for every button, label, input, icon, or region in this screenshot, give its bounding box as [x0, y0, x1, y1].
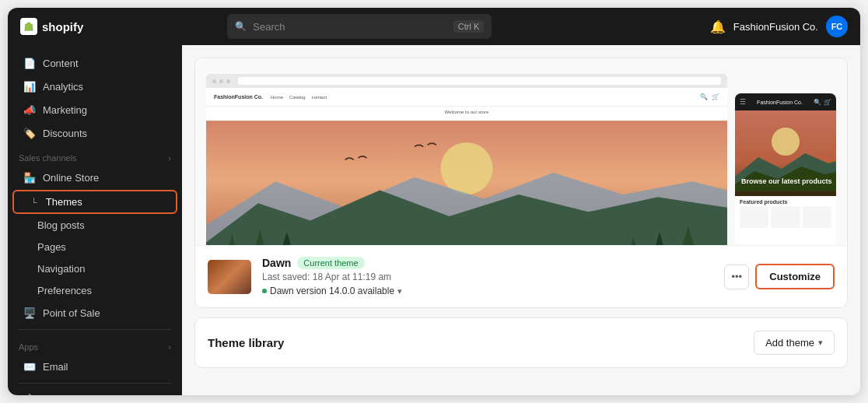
sidebar-label-online-store: Online Store [43, 172, 99, 184]
sidebar-item-analytics[interactable]: 📊 Analytics [12, 75, 177, 98]
pos-icon: 🖥️ [23, 307, 36, 319]
theme-save-time: Last saved: 18 Apr at 11:19 am [262, 272, 713, 282]
svg-rect-16 [735, 191, 836, 196]
sidebar-item-marketing[interactable]: 📣 Marketing [12, 99, 177, 121]
add-theme-button[interactable]: Add theme ▾ [754, 331, 835, 355]
version-text: Dawn version 14.0.0 available [270, 286, 394, 296]
sidebar-label-pos: Point of Sale [43, 307, 100, 319]
mobile-hero-text: Browse our latest products [741, 177, 832, 187]
sidebar-label-settings: Settings [43, 394, 79, 395]
mobile-product-grid [735, 206, 836, 228]
sidebar-item-blog-posts[interactable]: Blog posts [12, 215, 177, 236]
svg-point-13 [772, 128, 800, 156]
apps-label: Apps [19, 342, 38, 352]
theme-name: Dawn [262, 257, 291, 269]
analytics-icon: 📊 [23, 81, 36, 93]
sidebar-item-content[interactable]: 📄 Content [12, 52, 177, 75]
theme-library-section: Theme library Add theme ▾ [194, 317, 848, 368]
search-icon: 🔍 [235, 21, 247, 32]
svg-point-1 [441, 142, 493, 194]
sales-channels-chevron[interactable]: › [168, 153, 171, 163]
sidebar-divider [19, 329, 171, 330]
preferences-label: Preferences [37, 285, 92, 296]
search-shortcut: Ctrl K [453, 20, 485, 33]
sidebar-label-discounts: Discounts [43, 128, 87, 139]
sidebar-divider-2 [19, 383, 171, 384]
sidebar-item-navigation[interactable]: Navigation [12, 258, 177, 279]
theme-thumbnail [208, 260, 251, 294]
desktop-content: FashionFusion Co. Home Catalog contact 🔍… [206, 88, 727, 245]
main-layout: 📄 Content 📊 Analytics 📣 Marketing 🏷️ Dis… [8, 45, 860, 395]
add-theme-label: Add theme [765, 337, 814, 349]
pages-label: Pages [37, 241, 66, 253]
sidebar-item-pages[interactable]: Pages [12, 237, 177, 258]
blog-posts-label: Blog posts [37, 219, 85, 231]
search-bar[interactable]: 🔍 Search Ctrl K [227, 14, 492, 39]
landscape-illustration [206, 116, 727, 245]
site-header-icons: 🔍🛒 [700, 93, 719, 100]
content-area: FashionFusion Co. Home Catalog contact 🔍… [182, 45, 860, 395]
sidebar-item-discounts[interactable]: 🏷️ Discounts [12, 122, 177, 145]
themes-corner-icon: └ [31, 198, 37, 207]
mobile-topbar-sim: ☰ FashionFusion Co. 🔍🛒 [735, 93, 836, 110]
sidebar-label-analytics: Analytics [43, 81, 83, 93]
store-name: FashionFusion Co. [733, 21, 818, 33]
sidebar: 📄 Content 📊 Analytics 📣 Marketing 🏷️ Dis… [8, 45, 182, 395]
site-welcome: Welcome to our store [206, 107, 727, 116]
version-dot [262, 289, 267, 293]
avatar[interactable]: FC [826, 16, 848, 37]
theme-preview-card: FashionFusion Co. Home Catalog contact 🔍… [194, 58, 848, 308]
discounts-icon: 🏷️ [23, 128, 36, 139]
site-header-logo: FashionFusion Co. [214, 94, 263, 100]
preview-images: FashionFusion Co. Home Catalog contact 🔍… [195, 58, 847, 245]
search-placeholder: Search [253, 21, 285, 33]
apps-chevron[interactable]: › [168, 342, 171, 352]
settings-icon: ⚙️ [23, 394, 36, 395]
marketing-icon: 📣 [23, 104, 36, 116]
shopify-bag-icon [20, 18, 37, 35]
sidebar-item-themes[interactable]: └ Themes [14, 191, 176, 212]
mobile-store-name: FashionFusion Co. [749, 100, 810, 105]
mobile-product-item [771, 206, 800, 228]
topbar-right: 🔔 FashionFusion Co. FC [710, 16, 848, 37]
desktop-preview: FashionFusion Co. Home Catalog contact 🔍… [206, 74, 727, 245]
current-theme-badge: Current theme [297, 257, 364, 269]
site-header: FashionFusion Co. Home Catalog contact 🔍… [206, 88, 727, 107]
mobile-product-item [803, 206, 831, 228]
theme-actions: ••• Customize [724, 264, 835, 289]
topbar: shopify 🔍 Search Ctrl K 🔔 FashionFusion … [8, 8, 860, 45]
theme-details: Dawn Current theme Last saved: 18 Apr at… [262, 257, 713, 296]
sidebar-label-content: Content [43, 58, 79, 69]
mobile-products-label: Featured products [735, 196, 836, 206]
apps-section: Apps › [8, 335, 182, 355]
sidebar-item-settings[interactable]: ⚙️ Settings [12, 388, 177, 395]
sidebar-label-email: Email [43, 361, 68, 373]
themes-active-wrapper: └ Themes [12, 190, 177, 214]
chevron-down-icon: ▾ [818, 338, 823, 348]
navigation-label: Navigation [37, 263, 85, 275]
bell-icon[interactable]: 🔔 [710, 19, 726, 34]
mobile-product-item [740, 206, 768, 228]
sales-channels-section: Sales channels › [8, 145, 182, 166]
theme-name-row: Dawn Current theme [262, 257, 713, 269]
mobile-icons: 🔍🛒 [814, 99, 831, 106]
theme-info-bar: Dawn Current theme Last saved: 18 Apr at… [195, 245, 847, 307]
sidebar-item-pos[interactable]: 🖥️ Point of Sale [12, 302, 177, 324]
online-store-icon: 🏪 [23, 172, 36, 184]
content-icon: 📄 [23, 58, 36, 69]
customize-button[interactable]: Customize [755, 264, 835, 289]
email-icon: ✉️ [23, 361, 36, 373]
sidebar-label-themes: Themes [46, 196, 82, 208]
mobile-menu-icon: ☰ [740, 98, 746, 106]
browser-bar [206, 74, 727, 88]
more-options-button[interactable]: ••• [724, 265, 749, 289]
version-chevron-icon[interactable]: ▾ [397, 286, 402, 296]
sidebar-item-email[interactable]: ✉️ Email [12, 356, 177, 378]
sidebar-item-online-store[interactable]: 🏪 Online Store [12, 166, 177, 189]
mobile-preview: ☰ FashionFusion Co. 🔍🛒 [735, 93, 836, 245]
mobile-hero: Browse our latest products [735, 110, 836, 196]
site-nav: Home Catalog contact [271, 95, 327, 100]
theme-library-title: Theme library [208, 336, 284, 349]
sidebar-item-preferences[interactable]: Preferences [12, 280, 177, 301]
theme-version-row: Dawn version 14.0.0 available ▾ [262, 286, 713, 296]
